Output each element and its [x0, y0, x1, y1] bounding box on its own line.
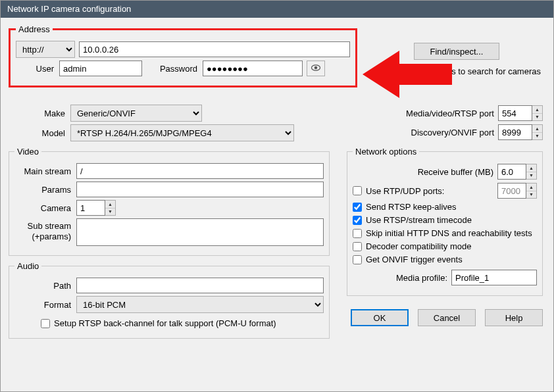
- blank-address-note: Blank address to search for cameras: [372, 66, 541, 76]
- svg-point-1: [315, 66, 318, 69]
- address-group: Address http:// User Password: [9, 24, 357, 87]
- sub-stream-input[interactable]: [76, 218, 324, 246]
- password-label: Password: [146, 64, 199, 74]
- camera-number-input[interactable]: [76, 200, 105, 216]
- audio-path-label: Path: [14, 281, 72, 291]
- camera-spinner[interactable]: ▲▼: [105, 200, 116, 216]
- timecode-label: Use RTSP/stream timecode: [366, 215, 472, 225]
- make-select[interactable]: Generic/ONVIF: [70, 105, 202, 122]
- network-options-legend: Network options: [353, 147, 419, 157]
- eye-icon: [311, 63, 321, 74]
- address-legend: Address: [16, 24, 53, 34]
- camera-label: Camera: [14, 203, 72, 213]
- trigger-checkbox[interactable]: [353, 255, 362, 264]
- title-bar: Network IP camera configuration: [1, 1, 553, 18]
- find-inspect-button[interactable]: Find/inspect...: [414, 43, 499, 60]
- user-label: User: [16, 64, 55, 74]
- audio-legend: Audio: [14, 261, 41, 271]
- make-label: Make: [9, 109, 66, 118]
- protocol-select[interactable]: http://: [16, 41, 75, 58]
- dialog-buttons: OK Cancel Help: [347, 301, 543, 326]
- rtsp-port-label: Media/video/RTSP port: [347, 109, 494, 118]
- skip-dns-checkbox[interactable]: [353, 229, 362, 238]
- rtsp-port-input[interactable]: [498, 105, 532, 121]
- audio-format-select[interactable]: 16-bit PCM: [76, 296, 324, 313]
- dialog-window: Network IP camera configuration Address …: [0, 0, 554, 392]
- video-legend: Video: [14, 147, 41, 157]
- backchannel-label: Setup RTSP back-channel for talk support…: [54, 318, 276, 328]
- receive-buffer-label: Receive buffer (MB): [353, 167, 493, 177]
- video-group: Video Main stream Params Camera ▲▼: [9, 147, 330, 256]
- rtsp-port-spinner[interactable]: ▲▼: [532, 105, 543, 121]
- main-stream-input[interactable]: [76, 163, 324, 179]
- params-input[interactable]: [76, 182, 324, 197]
- backchannel-checkbox[interactable]: [41, 319, 50, 328]
- media-profile-input[interactable]: [451, 270, 537, 285]
- address-input[interactable]: [79, 41, 350, 57]
- right-top-panel: Find/inspect... Blank address to search …: [372, 43, 541, 76]
- audio-path-input[interactable]: [76, 278, 324, 293]
- cancel-button[interactable]: Cancel: [418, 309, 476, 326]
- rtp-udp-port-input[interactable]: [497, 183, 526, 199]
- main-stream-label: Main stream: [14, 166, 72, 176]
- trigger-label: Get ONVIF trigger events: [366, 255, 463, 264]
- keepalive-checkbox[interactable]: [353, 203, 362, 212]
- compat-label: Decoder compatibility mode: [366, 241, 471, 251]
- content-area: Address http:// User Password: [1, 18, 553, 391]
- model-label: Model: [9, 128, 66, 138]
- media-profile-label: Media profile:: [353, 273, 447, 283]
- model-select[interactable]: *RTSP H.264/H.265/MJPG/MPEG4: [70, 124, 294, 141]
- audio-format-label: Format: [14, 300, 72, 310]
- keepalive-label: Send RTSP keep-alives: [366, 202, 457, 212]
- help-button[interactable]: Help: [485, 309, 543, 326]
- password-input[interactable]: [203, 61, 303, 76]
- show-password-button[interactable]: [307, 61, 325, 76]
- user-input[interactable]: [59, 61, 142, 76]
- rtp-udp-checkbox[interactable]: [353, 186, 362, 195]
- timecode-checkbox[interactable]: [353, 216, 362, 225]
- skip-dns-label: Skip initial HTTP DNS and reachability t…: [366, 228, 532, 238]
- lower-columns: Video Main stream Params Camera ▲▼: [9, 147, 543, 344]
- audio-group: Audio Path Format 16-bit PCM Setup RTSP …: [9, 261, 330, 339]
- window-title: Network IP camera configuration: [7, 4, 131, 14]
- ok-button[interactable]: OK: [351, 309, 409, 326]
- params-label: Params: [14, 185, 72, 195]
- rtp-udp-spinner[interactable]: ▲▼: [526, 183, 537, 199]
- network-options-group: Network options Receive buffer (MB) ▲▼ U…: [347, 147, 543, 296]
- receive-buffer-spinner[interactable]: ▲▼: [526, 164, 537, 180]
- onvif-port-spinner[interactable]: ▲▼: [532, 124, 543, 140]
- onvif-port-input[interactable]: [498, 124, 532, 140]
- onvif-port-label: Discovery/ONVIF port: [347, 128, 494, 137]
- rtp-udp-label: Use RTP/UDP ports:: [366, 186, 444, 196]
- sub-stream-label: Sub stream (+params): [14, 218, 72, 243]
- make-ports-row: Make Generic/ONVIF Model *RTSP H.264/H.2…: [9, 102, 543, 144]
- compat-checkbox[interactable]: [353, 242, 362, 251]
- receive-buffer-input[interactable]: [497, 164, 526, 180]
